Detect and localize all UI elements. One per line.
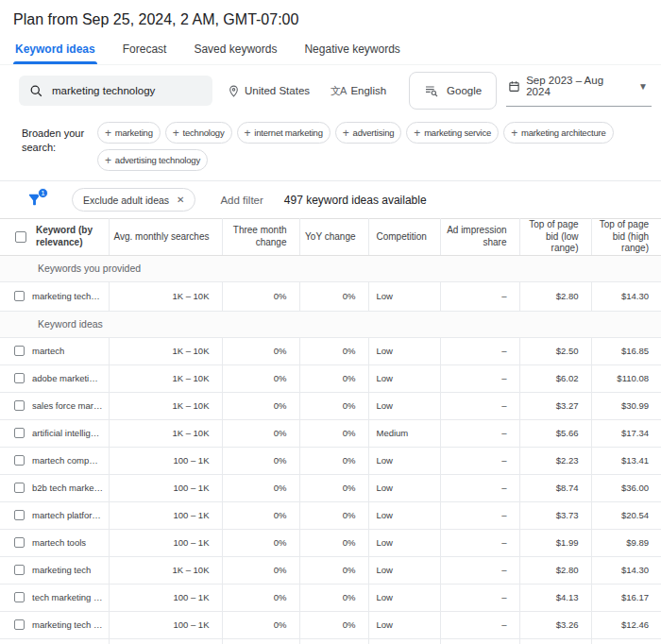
- cell-top-bid-low: $3.80: [519, 638, 591, 644]
- row-checkbox[interactable]: [14, 373, 25, 383]
- exclude-adult-ideas-chip[interactable]: Exclude adult ideas ✕: [72, 188, 195, 212]
- broaden-chip-label: internet marketing: [254, 127, 322, 138]
- broaden-chip[interactable]: +marketing: [97, 122, 161, 144]
- date-range-selector[interactable]: Sep 2023 – Aug 2024 ▼: [506, 75, 652, 107]
- keyword-label: martech comp…: [32, 455, 98, 466]
- cell-three-month-change: 0%: [222, 638, 299, 644]
- network-selector[interactable]: Google: [409, 72, 497, 110]
- cell-avg-monthly-searches: 100 – 1K: [109, 501, 222, 529]
- cell-yoy-change: 0%: [299, 474, 368, 501]
- table-row: martech1K – 10K0%0%Low–$2.50$16.85: [0, 337, 661, 364]
- row-checkbox[interactable]: [14, 592, 25, 602]
- column-header-keyword[interactable]: Keyword (by relevance): [36, 225, 109, 248]
- tab-saved-keywords[interactable]: Saved keywords: [192, 36, 279, 64]
- column-header-three-month-change[interactable]: Three month change: [222, 219, 299, 256]
- date-range-label: Sep 2023 – Aug 2024: [526, 75, 619, 97]
- cell-avg-monthly-searches: 1K – 10K: [109, 281, 222, 311]
- close-icon[interactable]: ✕: [177, 195, 184, 205]
- cell-yoy-change: 0%: [299, 419, 368, 447]
- column-header-top-bid-high[interactable]: Top of page bid (high range): [591, 219, 661, 256]
- table-row: tech marketing …100 – 1K0%0%Low–$4.13$16…: [0, 584, 661, 611]
- location-label: United States: [245, 85, 310, 96]
- cell-top-bid-low: $3.27: [519, 392, 591, 419]
- cell-ad-impression-share: –: [440, 529, 519, 556]
- row-checkbox[interactable]: [14, 455, 25, 466]
- cell-yoy-change: 0%: [299, 281, 368, 311]
- row-checkbox[interactable]: [14, 510, 25, 520]
- keyword-search-input[interactable]: marketing technology: [19, 76, 212, 106]
- row-checkbox[interactable]: [14, 400, 25, 411]
- search-value: marketing technology: [52, 85, 155, 96]
- cell-top-bid-high: $9.89: [591, 529, 661, 556]
- cell-top-bid-low: $3.26: [519, 611, 591, 638]
- cell-ad-impression-share: –: [440, 364, 519, 392]
- cell-ad-impression-share: –: [440, 611, 519, 638]
- filter-count-badge: 1: [38, 188, 48, 198]
- cell-top-bid-low: $6.02: [519, 364, 591, 392]
- table-row: adobe marketi…1K – 10K0%0%Low–$6.02$110.…: [0, 364, 661, 392]
- cell-competition: Low: [368, 638, 440, 644]
- table-row: marketing tech1K – 10K0%0%Low–$2.80$14.3…: [0, 556, 661, 584]
- cell-top-bid-high: $14.30: [591, 556, 661, 584]
- column-header-competition[interactable]: Competition: [368, 219, 440, 256]
- cell-top-bid-low: $5.66: [519, 419, 591, 447]
- broaden-chip[interactable]: +advertising: [335, 122, 402, 144]
- cell-top-bid-high: $20.54: [591, 501, 661, 529]
- table-row: b2b tech marke…100 – 1K0%0%Low–$3.80$17.…: [0, 638, 661, 644]
- table-row: marketing tech …100 – 1K0%0%Low–$3.26$12…: [0, 611, 661, 638]
- row-checkbox[interactable]: [14, 291, 25, 301]
- column-header-yoy-change[interactable]: YoY change: [299, 219, 368, 256]
- cell-three-month-change: 0%: [222, 337, 299, 364]
- table-row: sales force mar…1K – 10K0%0%Low–$3.27$30…: [0, 392, 661, 419]
- table-row: martech tools100 – 1K0%0%Low–$1.99$9.89: [0, 529, 661, 556]
- location-selector[interactable]: United States: [228, 85, 310, 97]
- cell-three-month-change: 0%: [222, 281, 299, 311]
- table-row: artificial intellig…1K – 10K0%0%Medium–$…: [0, 419, 661, 447]
- keyword-label: martech platfor…: [32, 510, 101, 520]
- tab-forecast[interactable]: Forecast: [121, 36, 169, 64]
- keyword-label: artificial intellig…: [32, 428, 99, 438]
- broaden-chip[interactable]: +advertising technology: [97, 149, 208, 171]
- column-header-top-bid-low[interactable]: Top of page bid (low range): [519, 219, 591, 256]
- cell-three-month-change: 0%: [222, 392, 299, 419]
- cell-avg-monthly-searches: 1K – 10K: [109, 556, 222, 584]
- broaden-chip[interactable]: +internet marketing: [237, 122, 330, 144]
- cell-ad-impression-share: –: [440, 501, 519, 529]
- column-header-ad-impression-share[interactable]: Ad impression share: [440, 219, 519, 256]
- row-checkbox[interactable]: [14, 483, 25, 493]
- column-header-avg-monthly-searches[interactable]: Avg. monthly searches: [109, 219, 222, 256]
- cell-top-bid-high: $17.34: [591, 419, 661, 447]
- cell-competition: Low: [368, 474, 440, 501]
- tab-negative-keywords[interactable]: Negative keywords: [302, 36, 401, 64]
- row-checkbox[interactable]: [14, 619, 25, 630]
- row-checkbox[interactable]: [14, 537, 25, 548]
- cell-ad-impression-share: –: [440, 556, 519, 584]
- filter-button[interactable]: 1: [26, 192, 43, 209]
- cell-competition: Medium: [368, 419, 440, 447]
- add-filter-button[interactable]: Add filter: [220, 195, 263, 206]
- calendar-icon: [508, 80, 520, 93]
- cell-avg-monthly-searches: 100 – 1K: [109, 447, 222, 474]
- row-checkbox[interactable]: [14, 565, 25, 575]
- broaden-chip-label: marketing service: [424, 127, 491, 138]
- row-checkbox[interactable]: [14, 346, 25, 356]
- select-all-checkbox[interactable]: [15, 231, 26, 243]
- cell-three-month-change: 0%: [222, 501, 299, 529]
- language-selector[interactable]: 文A English: [330, 84, 386, 98]
- broaden-chip[interactable]: +technology: [165, 122, 232, 144]
- cell-competition: Low: [368, 281, 440, 311]
- tab-keyword-ideas[interactable]: Keyword ideas: [13, 36, 97, 64]
- cell-top-bid-low: $8.74: [519, 474, 591, 501]
- broaden-label: Broaden your search:: [22, 122, 97, 171]
- cell-competition: Low: [368, 337, 440, 364]
- cell-avg-monthly-searches: 100 – 1K: [109, 474, 222, 501]
- toolbar: marketing technology United States 文A En…: [0, 65, 661, 114]
- tab-bar: Keyword ideas Forecast Saved keywords Ne…: [0, 36, 661, 65]
- row-checkbox[interactable]: [14, 428, 25, 438]
- cell-top-bid-high: $30.99: [591, 392, 661, 419]
- cell-three-month-change: 0%: [222, 611, 299, 638]
- cell-ad-impression-share: –: [440, 337, 519, 364]
- broaden-chip[interactable]: +marketing service: [406, 122, 499, 144]
- cell-top-bid-high: $14.30: [591, 281, 661, 311]
- broaden-chip[interactable]: +marketing architecture: [503, 122, 613, 144]
